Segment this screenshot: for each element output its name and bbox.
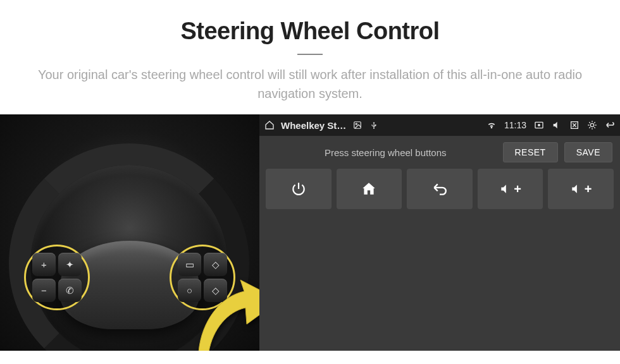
screenshot-icon[interactable] xyxy=(534,120,544,130)
usb-icon xyxy=(369,120,379,130)
status-time: 11:13 xyxy=(504,120,526,130)
head-unit-screen: Wheelkey St… 11:13 xyxy=(259,114,620,351)
pad-phone-button: ✆ xyxy=(58,279,82,302)
toolbar: Press steering wheel buttons RESET SAVE xyxy=(259,136,620,169)
pad-plus-button: + xyxy=(32,253,56,276)
volume-up-icon: + xyxy=(570,182,592,197)
save-button[interactable]: SAVE xyxy=(564,142,612,162)
volume-up-tile-1[interactable]: + xyxy=(478,169,543,209)
volume-up-icon: + xyxy=(499,182,521,197)
toolbar-prompt: Press steering wheel buttons xyxy=(275,147,497,158)
brightness-icon[interactable] xyxy=(587,120,597,130)
undo-tile[interactable] xyxy=(407,169,473,209)
function-tiles: + + xyxy=(259,169,620,209)
svg-point-5 xyxy=(590,123,593,126)
page-subtitle: Your original car's steering wheel contr… xyxy=(25,65,595,103)
wifi-icon xyxy=(487,120,497,130)
close-icon[interactable] xyxy=(569,120,580,130)
title-divider xyxy=(297,54,323,55)
pad-menu-button: ▭ xyxy=(178,253,201,276)
pad-minus-button: − xyxy=(32,279,56,302)
reset-button[interactable]: RESET xyxy=(503,142,558,162)
power-tile[interactable] xyxy=(266,169,332,209)
status-bar: Wheelkey St… 11:13 xyxy=(259,114,620,136)
pad-voice-button: ✦ xyxy=(58,253,82,276)
header: Steering Wheel Control Your original car… xyxy=(0,0,620,114)
app-title: Wheelkey St… xyxy=(281,120,346,131)
left-button-cluster: + ✦ − ✆ xyxy=(24,245,90,310)
svg-point-3 xyxy=(538,124,540,126)
main-panel: + ✦ − ✆ ▭ ◇ ○ ◇ Whe xyxy=(0,114,620,351)
power-icon xyxy=(290,181,307,197)
volume-up-tile-2[interactable]: + xyxy=(548,169,614,209)
home-icon xyxy=(361,181,377,197)
steering-wheel-image: + ✦ − ✆ ▭ ◇ ○ ◇ xyxy=(0,114,259,351)
page-title: Steering Wheel Control xyxy=(25,18,595,45)
home-tile[interactable] xyxy=(337,169,402,209)
undo-icon xyxy=(431,181,449,197)
pad-up-button: ◇ xyxy=(204,253,227,276)
arrow-icon xyxy=(195,277,259,351)
back-icon[interactable] xyxy=(605,120,615,130)
svg-rect-0 xyxy=(354,122,361,129)
image-icon xyxy=(352,120,363,130)
mute-icon[interactable] xyxy=(552,120,562,130)
home-icon[interactable] xyxy=(264,120,275,130)
svg-point-1 xyxy=(356,123,357,124)
